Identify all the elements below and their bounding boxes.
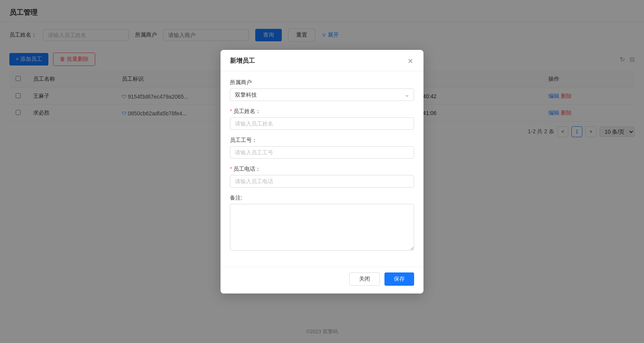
note-form-label: 备注: bbox=[230, 194, 414, 202]
add-employee-modal: 新增员工 ✕ 所属商户 双擎科技 员工姓名： bbox=[221, 50, 423, 293]
note-form-group: 备注: bbox=[230, 194, 414, 252]
employee-id-form-group: 员工工号： bbox=[230, 137, 414, 159]
merchant-select[interactable]: 双擎科技 bbox=[230, 88, 414, 101]
modal-footer: 关闭 保存 bbox=[221, 267, 423, 293]
employee-name-input[interactable] bbox=[230, 117, 414, 130]
note-textarea[interactable] bbox=[230, 204, 414, 251]
phone-form-group: 员工电话： bbox=[230, 166, 414, 187]
modal-body: 所属商户 双擎科技 员工姓名： 员工工号： bbox=[221, 71, 423, 267]
employee-id-input[interactable] bbox=[230, 146, 414, 159]
page-background: 员工管理 员工姓名： 所属商户 查询 重置 ∨ 展开 + 添加员工 🗑 批量删除… bbox=[0, 0, 644, 343]
name-form-label: 员工姓名： bbox=[230, 108, 414, 115]
phone-form-label: 员工电话： bbox=[230, 166, 414, 173]
modal-title: 新增员工 bbox=[230, 57, 255, 65]
merchant-form-group: 所属商户 双擎科技 bbox=[230, 79, 414, 101]
modal-close-button[interactable]: ✕ bbox=[407, 57, 414, 65]
name-form-group: 员工姓名： bbox=[230, 108, 414, 130]
modal-overlay: 新增员工 ✕ 所属商户 双擎科技 员工姓名： bbox=[0, 0, 644, 343]
merchant-form-label: 所属商户 bbox=[230, 79, 414, 86]
save-modal-button[interactable]: 保存 bbox=[384, 272, 414, 286]
merchant-select-wrapper: 双擎科技 bbox=[230, 88, 414, 101]
close-modal-button[interactable]: 关闭 bbox=[349, 272, 380, 286]
employee-id-form-label: 员工工号： bbox=[230, 137, 414, 144]
employee-phone-input[interactable] bbox=[230, 175, 414, 187]
modal-header: 新增员工 ✕ bbox=[221, 50, 423, 71]
